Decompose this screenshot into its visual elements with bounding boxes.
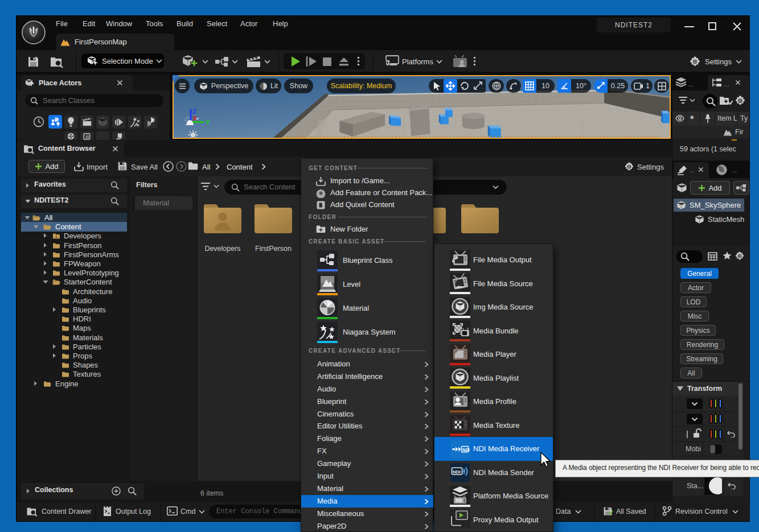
svg-text:Y: Y xyxy=(206,119,210,127)
svg-text:X: X xyxy=(192,114,197,122)
svg-text:NDI: NDI xyxy=(462,447,470,452)
svg-text:NDI: NDI xyxy=(453,469,461,475)
